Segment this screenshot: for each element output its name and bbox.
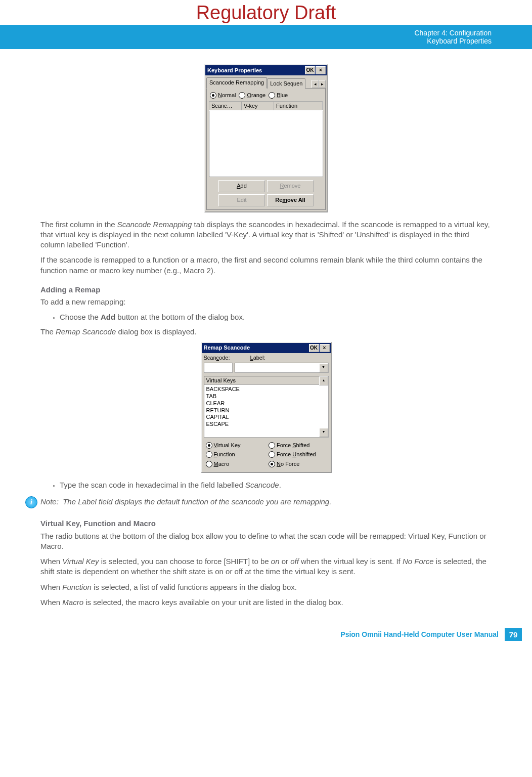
close-button[interactable]: ×: [316, 66, 326, 74]
radio-function[interactable]: Function: [206, 451, 264, 458]
col-scancode[interactable]: Scanc…: [209, 102, 242, 110]
list-item: Choose the Add button at the bottom of t…: [60, 312, 492, 322]
paragraph: To add a new remapping:: [40, 297, 492, 307]
label-scancode: Scancode:: [204, 354, 230, 362]
note-label: Note:: [40, 497, 59, 506]
page-content: Keyboard Properties OK × Scancode Remapp…: [0, 49, 532, 623]
remove-all-button[interactable]: Remove All: [267, 194, 314, 206]
page-number: 79: [505, 628, 522, 641]
label-label: Label:: [250, 354, 265, 362]
paragraph: The radio buttons at the bottom of the d…: [40, 531, 492, 552]
radio-force-unshifted[interactable]: Force Unshifted: [269, 451, 327, 458]
paragraph: When Macro is selected, the macro keys a…: [40, 597, 492, 608]
paragraph: The first column in the Scancode Remappi…: [40, 220, 492, 250]
remove-button: Remove: [267, 180, 314, 192]
ok-button[interactable]: OK: [305, 66, 315, 74]
radio-icon: [269, 442, 275, 449]
dropdown-icon[interactable]: ▼: [319, 363, 328, 372]
list-item[interactable]: CLEAR: [206, 400, 326, 407]
radio-icon: [269, 461, 275, 467]
list-item[interactable]: BACKSPACE: [206, 386, 326, 393]
list-header: Scanc… V-key Function: [209, 101, 323, 111]
paragraph: The Remap Scancode dialog box is display…: [40, 327, 492, 337]
add-button[interactable]: Add: [218, 180, 265, 192]
radio-orange[interactable]: Orange: [239, 92, 265, 99]
radio-no-force[interactable]: No Force: [269, 460, 327, 468]
tab-panel: Normal Orange Blue Scanc… V-key Function…: [206, 88, 326, 210]
page-footer: Psion Omnii Hand-Held Computer User Manu…: [0, 623, 532, 651]
paragraph: When Virtual Key is selected, you can ch…: [40, 556, 492, 577]
listbox-items: BACKSPACE TAB CLEAR RETURN CAPITAL ESCAP…: [204, 385, 328, 429]
radio-icon: [269, 451, 275, 458]
radio-icon: [239, 92, 245, 99]
tab-scancode-remapping[interactable]: Scancode Remapping: [206, 77, 267, 89]
list-item[interactable]: RETURN: [206, 407, 326, 414]
section-line: Keyboard Properties: [0, 37, 492, 45]
paragraph: When Function is selected, a list of val…: [40, 582, 492, 592]
listbox-header: Virtual Keys: [204, 376, 328, 385]
dialog-title: Remap Scancode: [204, 344, 309, 352]
dialog-titlebar: Keyboard Properties OK ×: [205, 65, 327, 75]
list-item[interactable]: TAB: [206, 393, 326, 400]
draft-banner: Regulatory Draft: [0, 0, 532, 25]
edit-button: Edit: [218, 194, 265, 206]
radio-icon: [210, 92, 216, 99]
footer-text: Psion Omnii Hand-Held Computer User Manu…: [340, 630, 499, 638]
scroll-up-icon[interactable]: ▴: [319, 376, 328, 385]
radio-icon: [269, 92, 275, 99]
col-vkey[interactable]: V-key: [242, 102, 274, 110]
radio-normal[interactable]: Normal: [210, 92, 236, 99]
tab-scroll-left-icon[interactable]: ◂: [312, 80, 319, 88]
heading-adding-remap: Adding a Remap: [40, 285, 492, 295]
col-function[interactable]: Function: [274, 102, 323, 110]
note-block: i Note: The Label field displays the def…: [20, 495, 492, 508]
radio-force-shifted[interactable]: Force Shifted: [269, 442, 327, 449]
list-item[interactable]: CAPITAL: [206, 414, 326, 421]
radio-icon: [206, 442, 212, 449]
remap-scancode-dialog: Remap Scancode OK × Scancode: Label: ▼ ▴…: [201, 342, 332, 473]
close-button[interactable]: ×: [320, 344, 330, 352]
virtual-keys-listbox[interactable]: ▴ ▾ Virtual Keys BACKSPACE TAB CLEAR RET…: [204, 376, 329, 438]
radio-blue[interactable]: Blue: [269, 92, 288, 99]
list-item: Type the scan code in hexadecimal in the…: [60, 480, 492, 490]
label-combo[interactable]: ▼: [235, 363, 329, 373]
chapter-line: Chapter 4: Configuration: [0, 29, 492, 37]
keyboard-properties-dialog: Keyboard Properties OK × Scancode Remapp…: [204, 64, 328, 212]
radio-icon: [206, 451, 212, 458]
scancode-input[interactable]: [204, 363, 233, 373]
dialog-titlebar: Remap Scancode OK ×: [202, 343, 331, 353]
radio-macro[interactable]: Macro: [206, 460, 264, 468]
dialog-title: Keyboard Properties: [207, 67, 305, 74]
tab-scroll-right-icon[interactable]: ▸: [319, 80, 326, 88]
tab-strip: Scancode Remapping Lock Sequen ◂ ▸: [205, 75, 327, 88]
list-body[interactable]: [209, 111, 323, 177]
radio-icon: [206, 461, 212, 467]
list-item[interactable]: ESCAPE: [206, 421, 326, 428]
ok-button[interactable]: OK: [309, 344, 319, 352]
scroll-down-icon[interactable]: ▾: [319, 428, 328, 437]
radio-virtual-key[interactable]: Virtual Key: [206, 442, 264, 449]
tab-lock-sequence[interactable]: Lock Sequen: [267, 78, 305, 89]
note-text: The Label field displays the default fun…: [63, 497, 331, 506]
chapter-header: Chapter 4: Configuration Keyboard Proper…: [0, 25, 532, 49]
paragraph: If the scancode is remapped to a functio…: [40, 255, 492, 276]
info-icon: i: [25, 496, 37, 508]
heading-vfm: Virtual Key, Function and Macro: [40, 519, 492, 529]
